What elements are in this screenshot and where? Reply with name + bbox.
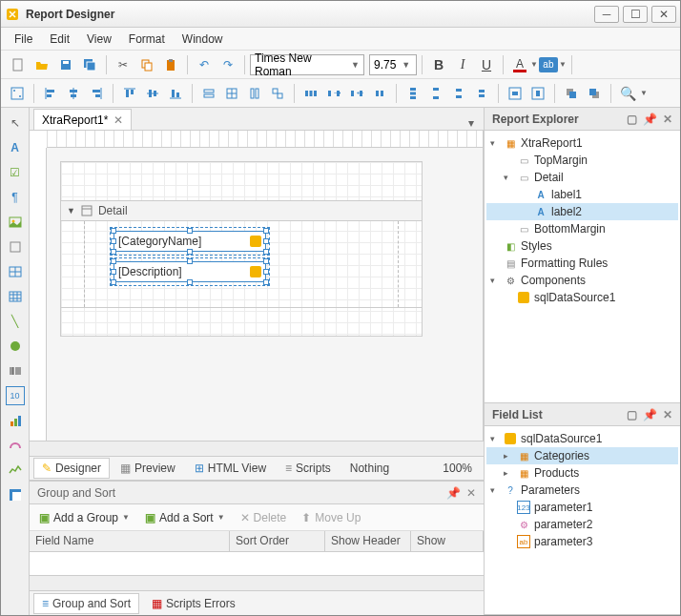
- vspace-remove-icon[interactable]: [471, 83, 492, 104]
- vspace-inc-icon[interactable]: [425, 83, 446, 104]
- close-panel-icon[interactable]: ✕: [663, 113, 672, 126]
- col-field[interactable]: Field Name: [30, 531, 230, 551]
- tree-node-label2[interactable]: Alabel2: [486, 203, 678, 220]
- gauge-tool-icon[interactable]: [6, 436, 25, 455]
- field-categoryname[interactable]: [CategoryName]: [114, 231, 266, 252]
- open-icon[interactable]: [31, 53, 53, 76]
- pin-icon[interactable]: 📌: [643, 113, 657, 126]
- expander-icon[interactable]: ▾: [490, 485, 500, 495]
- menu-format[interactable]: Format: [121, 30, 173, 49]
- tree-node-components[interactable]: ▾⚙Components: [486, 272, 678, 289]
- detail-section-header[interactable]: ▼ Detail: [61, 200, 422, 221]
- group-sort-grid-body[interactable]: [30, 552, 484, 575]
- highlight-icon[interactable]: ab: [539, 57, 558, 72]
- horizontal-scrollbar[interactable]: [30, 441, 484, 456]
- tree-node-products[interactable]: ▸▦Products: [486, 464, 678, 482]
- pin-icon[interactable]: 📌: [643, 408, 657, 421]
- tree-node-styles[interactable]: ◧Styles: [486, 237, 678, 255]
- detail-section-body[interactable]: [CategoryName] [Description]: [84, 221, 399, 307]
- tree-node-parameter3[interactable]: abparameter3: [486, 533, 678, 550]
- close-button[interactable]: ✕: [651, 6, 676, 23]
- pointer-tool-icon[interactable]: ↖: [6, 113, 25, 133]
- zip-tool-icon[interactable]: 10: [6, 386, 25, 405]
- line-tool-icon[interactable]: ╲: [6, 312, 25, 331]
- cell-tool-icon[interactable]: [6, 287, 25, 306]
- menu-window[interactable]: Window: [175, 30, 231, 49]
- horizontal-ruler[interactable]: [47, 131, 483, 148]
- hspace-remove-icon[interactable]: [369, 83, 390, 104]
- center-v-icon[interactable]: [527, 83, 548, 104]
- tab-scripts-errors[interactable]: ▦Scripts Errors: [143, 593, 244, 614]
- align-center-h-icon[interactable]: [63, 83, 84, 104]
- zoom-icon[interactable]: 🔍: [617, 83, 638, 104]
- expander-icon[interactable]: ▾: [504, 173, 513, 182]
- vspace-equal-icon[interactable]: [402, 83, 423, 104]
- menu-view[interactable]: View: [79, 30, 119, 49]
- document-tab[interactable]: XtraReport1* ✕: [33, 109, 132, 130]
- center-h-icon[interactable]: [505, 83, 526, 104]
- add-group-button[interactable]: ▣Add a Group▼: [35, 509, 134, 526]
- vertical-ruler[interactable]: [30, 148, 47, 441]
- bold-icon[interactable]: B: [427, 53, 450, 76]
- field-description[interactable]: [Description]: [114, 261, 266, 282]
- tree-node-categories[interactable]: ▸▦Categories: [486, 447, 678, 464]
- pin-icon[interactable]: 📌: [446, 486, 461, 500]
- close-tab-icon[interactable]: ✕: [114, 113, 123, 127]
- copy-icon[interactable]: [135, 53, 158, 76]
- col-sortorder[interactable]: Sort Order: [230, 531, 325, 551]
- tree-node-report[interactable]: ▾▦XtraReport1: [486, 134, 678, 152]
- new-icon[interactable]: [7, 53, 30, 76]
- align-right-icon[interactable]: [86, 83, 107, 104]
- hspace-equal-icon[interactable]: [300, 83, 321, 104]
- label-tool-icon[interactable]: A: [6, 138, 25, 157]
- paste-icon[interactable]: [159, 53, 182, 76]
- align-middle-icon[interactable]: [142, 83, 163, 104]
- same-size-icon[interactable]: [267, 83, 288, 104]
- group-sort-scrollbar[interactable]: [30, 575, 484, 590]
- tree-node-parameter1[interactable]: 123parameter1: [486, 499, 678, 516]
- picture-tool-icon[interactable]: [6, 213, 25, 232]
- italic-icon[interactable]: I: [451, 53, 474, 76]
- table-tool-icon[interactable]: [6, 262, 25, 281]
- hspace-inc-icon[interactable]: →: [323, 83, 344, 104]
- tab-group-sort[interactable]: ≡Group and Sort: [33, 593, 139, 614]
- size-to-grid-icon[interactable]: [221, 83, 242, 104]
- close-panel-icon[interactable]: ✕: [466, 486, 476, 500]
- redo-icon[interactable]: ↷: [217, 53, 239, 76]
- chart-tool-icon[interactable]: [6, 411, 25, 430]
- tab-designer[interactable]: ✎Designer: [33, 458, 110, 479]
- vspace-dec-icon[interactable]: [448, 83, 469, 104]
- maximize-button[interactable]: ☐: [623, 6, 648, 23]
- tree-node-topmargin[interactable]: ▭TopMargin: [486, 152, 678, 169]
- richtext-tool-icon[interactable]: ¶: [6, 188, 25, 207]
- expander-icon[interactable]: ▾: [490, 138, 500, 148]
- expander-icon[interactable]: ▾: [490, 434, 500, 443]
- font-size-dropdown[interactable]: 9.75 ▼: [369, 54, 417, 75]
- panel-tool-icon[interactable]: [6, 237, 25, 257]
- bring-front-icon[interactable]: [561, 83, 582, 104]
- tree-node-parameter2[interactable]: ⚙parameter2: [486, 516, 678, 533]
- tab-preview[interactable]: ▦Preview: [112, 458, 184, 479]
- font-color-icon[interactable]: A: [508, 53, 531, 76]
- sparkline-tool-icon[interactable]: [6, 461, 25, 480]
- pivot-tool-icon[interactable]: [6, 485, 25, 504]
- send-back-icon[interactable]: [584, 83, 605, 104]
- tree-node-detail[interactable]: ▾▭Detail: [486, 169, 678, 186]
- same-width-icon[interactable]: [198, 83, 219, 104]
- align-grid-icon[interactable]: [7, 83, 28, 104]
- tree-node-rules[interactable]: ▤Formatting Rules: [486, 255, 678, 272]
- close-panel-icon[interactable]: ✕: [663, 408, 672, 421]
- col-showheader[interactable]: Show Header: [325, 531, 411, 551]
- tree-node-bottommargin[interactable]: ▭BottomMargin: [486, 220, 678, 237]
- expander-icon[interactable]: ▾: [490, 276, 500, 285]
- save-all-icon[interactable]: [78, 53, 101, 76]
- window-icon[interactable]: ▢: [627, 113, 637, 126]
- shape-tool-icon[interactable]: [6, 337, 25, 356]
- tab-nothing[interactable]: Nothing: [341, 458, 398, 479]
- undo-icon[interactable]: ↶: [193, 53, 216, 76]
- font-family-dropdown[interactable]: Times New Roman ▼: [250, 54, 364, 75]
- menu-file[interactable]: File: [7, 30, 40, 49]
- expander-icon[interactable]: ▸: [504, 468, 513, 478]
- save-icon[interactable]: [54, 53, 77, 76]
- minimize-button[interactable]: ─: [594, 6, 619, 23]
